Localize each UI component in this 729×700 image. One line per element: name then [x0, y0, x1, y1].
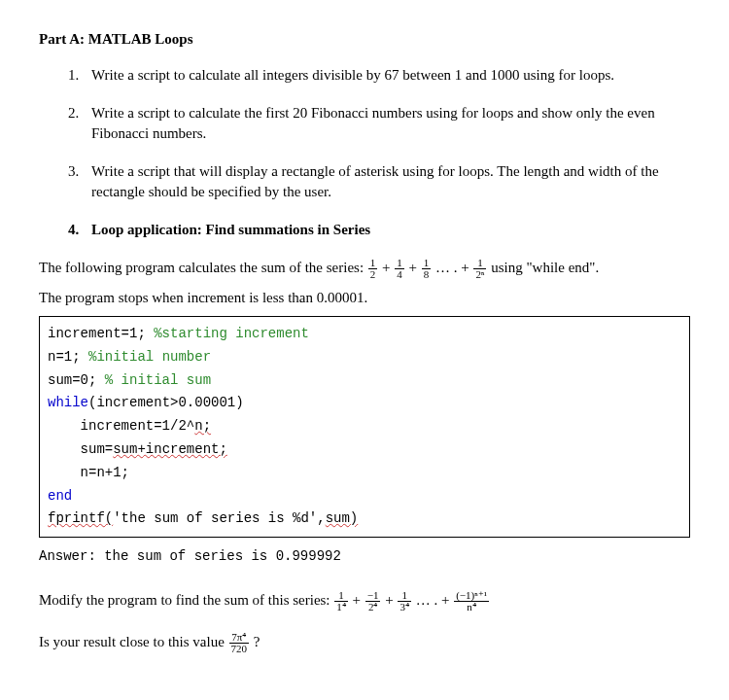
intro-text-a: The following program calculates the sum… — [39, 260, 367, 275]
close-text-a: Is your result close to this value — [39, 634, 228, 649]
item-number: 1. — [68, 65, 91, 86]
code-text: increment=1; — [48, 326, 154, 341]
fraction: 12 — [368, 258, 378, 280]
code-text: n=1; — [48, 349, 88, 365]
code-squiggle: fprintf( — [48, 510, 113, 526]
plus: + — [409, 260, 421, 275]
code-text: 'the sum of series is %d', — [113, 510, 325, 526]
item-number: 2. — [68, 103, 91, 144]
code-keyword: end — [48, 488, 72, 504]
code-text: increment=1/2^ — [48, 418, 194, 434]
fraction: −12⁴ — [365, 590, 381, 612]
plus: + — [353, 592, 364, 608]
fraction: 13⁴ — [398, 590, 411, 612]
answer-line: Answer: the sum of series is 0.999992 — [39, 547, 690, 567]
code-comment: %starting increment — [154, 326, 309, 341]
item-number: 3. — [68, 161, 91, 202]
code-block: increment=1; %starting increment n=1; %i… — [39, 316, 690, 538]
series-intro: The following program calculates the sum… — [39, 258, 690, 280]
code-text: (increment>0.00001) — [88, 395, 244, 410]
item-text: Write a script that will display a recta… — [91, 161, 690, 202]
plus: + — [385, 592, 397, 608]
answer-label: Answer: — [39, 548, 104, 564]
item-number: 4. — [68, 220, 91, 240]
close-line: Is your result close to this value 7π⁴72… — [39, 632, 690, 654]
fraction: 14 — [395, 258, 404, 280]
code-text: n=n+1; — [48, 465, 129, 480]
item-text: Write a script to calculate all integers… — [91, 65, 690, 86]
code-keyword: while — [48, 395, 88, 410]
code-text: sum=0; — [48, 372, 105, 388]
fraction: 11⁴ — [334, 590, 348, 612]
modify-text: Modify the program to find the sum of th… — [39, 592, 333, 608]
fraction: 18 — [422, 258, 432, 280]
plus: + — [382, 260, 394, 275]
modify-line: Modify the program to find the sum of th… — [39, 590, 690, 612]
list-item: 1. Write a script to calculate all integ… — [68, 65, 690, 86]
question-list: 1. Write a script to calculate all integ… — [39, 65, 690, 240]
code-squiggle: n; — [194, 418, 211, 434]
item-text: Loop application: Find summations in Ser… — [91, 220, 690, 240]
list-item: 2. Write a script to calculate the first… — [68, 103, 690, 144]
dots: … . + — [416, 592, 453, 608]
code-squiggle: sum+increment; — [113, 441, 227, 457]
list-item: 4. Loop application: Find summations in … — [68, 220, 690, 240]
code-comment: % initial sum — [105, 372, 211, 388]
fraction: 7π⁴720 — [229, 632, 250, 654]
dots: … . + — [435, 260, 472, 275]
code-comment: %initial number — [88, 349, 211, 365]
item-text: Write a script to calculate the first 20… — [91, 103, 690, 144]
part-title: Part A: MATLAB Loops — [39, 29, 690, 50]
fraction: (−1)ⁿ⁺¹n⁴ — [454, 590, 489, 612]
list-item: 3. Write a script that will display a re… — [68, 161, 690, 202]
fraction: 12ⁿ — [473, 258, 486, 280]
answer-text: the sum of series is 0.999992 — [104, 548, 341, 564]
code-text: sum= — [48, 441, 113, 457]
intro-text-b: using "while end". — [491, 260, 599, 275]
close-text-b: ? — [254, 634, 260, 649]
code-squiggle: sum) — [326, 510, 359, 526]
stop-text: The program stops when increment is less… — [39, 288, 690, 308]
